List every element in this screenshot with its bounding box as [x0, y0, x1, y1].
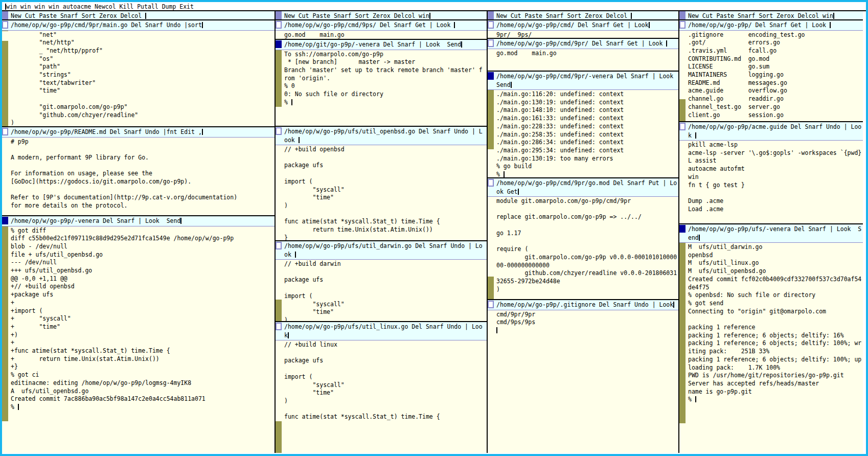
text-cursor [18, 404, 19, 410]
column-layout-box-icon[interactable] [276, 11, 282, 19]
scrollbar-thumb [679, 423, 686, 453]
window-readme-body[interactable]: # p9p A modern, performant 9P library fo… [9, 138, 275, 216]
window-acme-guide-body[interactable]: pkill acme-lsp acme-lsp -server '\.go$:g… [686, 141, 863, 223]
scrollbar-thumb [488, 149, 494, 177]
window-dir-9ps-tag[interactable]: /home/op/w/go-p9p/cmd/9ps/ Del Snarf Get… [276, 20, 487, 31]
scrollbar-thumb [488, 197, 494, 277]
drag-box-icon[interactable] [488, 39, 494, 47]
window-readme: /home/op/w/go-p9p/README.md Del Snarf Un… [2, 126, 275, 215]
window-venera-git-tag[interactable]: /home/op/git/go-p9p/-venera Del Snarf | … [276, 40, 487, 50]
column-4-tag[interactable]: New Cut Paste Snarf Sort Zerox Delcol wi… [679, 11, 863, 20]
window-dir-9pr-body[interactable]: go.mod main.go [494, 49, 678, 71]
drag-box-icon[interactable] [488, 179, 494, 187]
scrollbar[interactable] [276, 340, 282, 453]
drag-box-dirty-icon[interactable] [2, 217, 8, 224]
drag-box-icon[interactable] [276, 21, 282, 29]
drag-box-icon[interactable] [488, 21, 494, 29]
window-dir-root-body[interactable]: .gitignore encoding_test.go .got/ errors… [686, 31, 863, 122]
window-dir-cmd-tag[interactable]: /home/op/w/go-p9p/cmd/ Del Snarf Get | L… [488, 20, 678, 31]
scrollbar[interactable] [276, 31, 282, 39]
column-1-tag[interactable]: New Cut Paste Snarf Sort Zerox Delcol [2, 11, 275, 20]
window-util-linux-tag[interactable]: /home/op/w/go-p9p/ufs/util_linux.go Del … [276, 322, 487, 340]
window-dir-9pr-tag[interactable]: /home/op/w/go-p9p/cmd/9pr/ Del Snarf Get… [488, 39, 678, 49]
drag-box-dirty-icon[interactable] [276, 40, 282, 48]
drag-box-icon[interactable] [679, 21, 686, 29]
column-1-windows: /home/op/w/go-p9p/cmd/9pr/main.go Del Sn… [2, 20, 275, 453]
columns-row: New Cut Paste Snarf Sort Zerox Delcol /h… [2, 11, 866, 453]
column-layout-box-icon[interactable] [488, 11, 494, 19]
main-tag-text: win win win win autoacme Newcol Kill Put… [6, 3, 194, 10]
window-util-openbsd-tag[interactable]: /home/op/w/go-p9p/ufs/util_openbsd.go De… [276, 127, 487, 145]
window-dir-cmd-body[interactable]: 9pr/ 9ps/ [494, 31, 678, 38]
scrollbar[interactable] [276, 50, 282, 126]
window-venera-root-body[interactable]: % got diff diff c55b00ed2c1f097119c88d9d… [9, 226, 275, 453]
window-venera-root-tag[interactable]: /home/op/w/go-p9p/-venera Del Snarf | Lo… [2, 216, 275, 226]
scrollbar-thumb [488, 310, 494, 453]
scrollbar-thumb [2, 421, 8, 453]
scrollbar[interactable] [679, 31, 686, 122]
window-gitignore-tag[interactable]: /home/op/w/go-p9p/.gitignore Del Snarf U… [488, 300, 678, 310]
text-cursor [504, 171, 505, 177]
window-venera-ufs-tag[interactable]: /home/op/w/go-p9p/ufs/-venera Del Snarf … [679, 224, 863, 243]
window-venera-9pr-body[interactable]: ./main.go:116:20: undefined: context ./m… [494, 90, 678, 177]
column-2-windows: /home/op/w/go-p9p/cmd/9ps/ Del Snarf Get… [276, 20, 487, 453]
window-go-mod: /home/op/w/go-p9p/cmd/9pr/go.mod Del Sna… [488, 177, 678, 299]
window-acme-guide: /home/op/w/go-p9p/acme.guide Del Snarf U… [679, 121, 863, 223]
drag-box-icon[interactable] [276, 127, 282, 135]
window-venera-git-body[interactable]: To ssh://omarpolo.com/go-p9p * [new bran… [282, 50, 487, 126]
window-readme-tag[interactable]: /home/op/w/go-p9p/README.md Del Snarf Un… [2, 127, 275, 138]
scrollbar[interactable] [679, 243, 686, 453]
drag-box-icon[interactable] [276, 242, 282, 249]
scrollbar[interactable] [2, 138, 8, 216]
drag-box-icon[interactable] [2, 128, 8, 135]
window-util-darwin: /home/op/w/go-p9p/ufs/util_darwin.go Del… [276, 240, 487, 321]
drag-box-icon[interactable] [488, 301, 494, 308]
drag-box-icon[interactable] [2, 21, 8, 29]
window-dir-9ps: /home/op/w/go-p9p/cmd/9ps/ Del Snarf Get… [276, 20, 487, 39]
window-gitignore-body[interactable]: cmd/9pr/9pr cmd/9ps/9ps [494, 310, 678, 453]
scrollbar[interactable] [2, 226, 8, 453]
scrollbar[interactable] [488, 310, 494, 453]
column-2-tag[interactable]: New Cut Paste Snarf Sort Zerox Delcol wi… [276, 11, 487, 20]
scrollbar-thumb [2, 138, 8, 216]
drag-box-dirty-icon[interactable] [488, 72, 494, 80]
drag-box-icon[interactable] [276, 323, 282, 330]
drag-box-icon[interactable] [679, 123, 686, 130]
scrollbar[interactable] [488, 197, 494, 299]
scrollbar-thumb [276, 31, 282, 39]
window-util-darwin-body[interactable]: // +build darwin package ufs import ( "s… [282, 260, 487, 321]
window-venera-ufs-body[interactable]: M ufs/util_darwin.go openbsd M ufs/util_… [686, 243, 863, 453]
window-acme-guide-tag[interactable]: /home/op/w/go-p9p/acme.guide Del Snarf U… [679, 122, 863, 141]
column-3: New Cut Paste Snarf Sort Zerox Delcol /h… [487, 11, 678, 453]
window-dir-root: /home/op/w/go-p9p/ Del Snarf Get | Look … [679, 20, 863, 121]
scrollbar[interactable] [488, 90, 494, 177]
column-4: New Cut Paste Snarf Sort Zerox Delcol wi… [678, 11, 863, 453]
window-dir-9ps-body[interactable]: go.mod main.go [282, 31, 487, 39]
window-util-openbsd-body[interactable]: // +build openbsd package ufs import ( "… [282, 145, 487, 240]
window-main-go-body[interactable]: "net" "net/http" _ "net/http/pprof" "os"… [9, 31, 275, 127]
column-layout-box-icon[interactable] [679, 11, 686, 19]
window-util-darwin-tag[interactable]: /home/op/w/go-p9p/ufs/util_darwin.go Del… [276, 241, 487, 260]
window-util-linux-body[interactable]: // +build linux package ufs import ( "sy… [282, 340, 487, 453]
column-layout-box-icon[interactable] [2, 11, 8, 19]
column-3-tag[interactable]: New Cut Paste Snarf Sort Zerox Delcol [488, 11, 678, 20]
window-go-mod-tag[interactable]: /home/op/w/go-p9p/cmd/9pr/go.mod Del Sna… [488, 178, 678, 197]
scrollbar[interactable] [488, 31, 494, 38]
main-tag[interactable]: win win win win autoacme Newcol Kill Put… [2, 2, 866, 11]
window-dir-9pr: /home/op/w/go-p9p/cmd/9pr/ Del Snarf Get… [488, 38, 678, 71]
window-venera-9pr-tag[interactable]: /home/op/w/go-p9p/cmd/9pr/-venera Del Sn… [488, 72, 678, 90]
scrollbar[interactable] [276, 145, 282, 240]
drag-box-dirty-icon[interactable] [679, 225, 686, 233]
scrollbar[interactable] [276, 260, 282, 321]
scrollbar[interactable] [2, 31, 8, 127]
scrollbar[interactable] [679, 141, 686, 223]
scrollbar[interactable] [488, 49, 494, 71]
window-venera-ufs: /home/op/w/go-p9p/ufs/-venera Del Snarf … [679, 223, 863, 453]
window-venera-git: /home/op/git/go-p9p/-venera Del Snarf | … [276, 39, 487, 126]
column-4-windows: /home/op/w/go-p9p/ Del Snarf Get | Look … [679, 20, 863, 453]
window-dir-root-tag[interactable]: /home/op/w/go-p9p/ Del Snarf Get | Look [679, 20, 863, 31]
scrollbar-thumb [488, 31, 494, 38]
window-main-go-tag[interactable]: /home/op/w/go-p9p/cmd/9pr/main.go Del Sn… [2, 20, 275, 31]
text-cursor [291, 99, 292, 105]
window-go-mod-body[interactable]: module git.omarpolo.com/go-p9p/cmd/9pr r… [494, 197, 678, 299]
